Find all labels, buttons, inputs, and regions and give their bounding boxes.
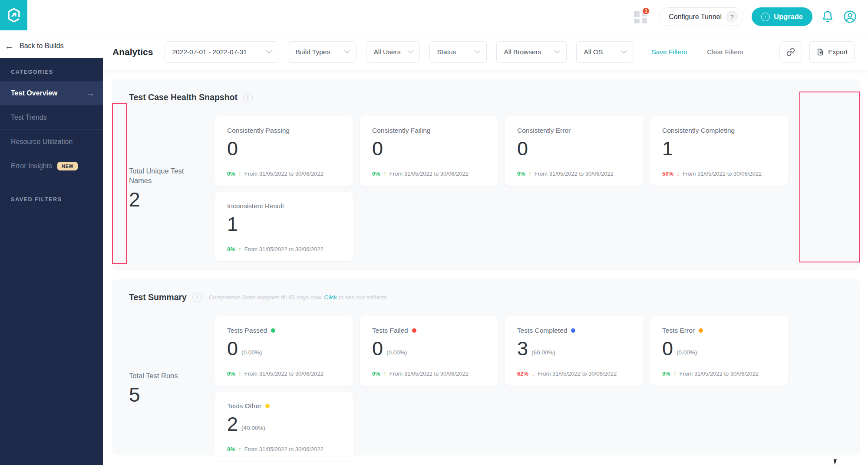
- upgrade-button[interactable]: ↑ Upgrade: [752, 7, 812, 26]
- filter-dropdowns: 2022-07-01 - 2022-07-31Build TypesAll Us…: [165, 41, 633, 63]
- comparison-period: From 31/05/2022 to 30/06/2022: [244, 170, 323, 177]
- trend-change-value: 0%: [517, 170, 525, 177]
- sidebar-item-label: Error Insights: [11, 162, 52, 170]
- stat-card: Tests Error 0 (0.00%) 0% ↑ From 31/05/20…: [650, 316, 788, 386]
- chevron-down-icon: [267, 48, 272, 53]
- stat-card-value: 2: [227, 414, 238, 434]
- trend-change-value: 0%: [372, 170, 380, 177]
- filter-dropdown-date-range[interactable]: 2022-07-01 - 2022-07-31: [165, 41, 278, 63]
- stat-card-label: Tests Failed: [372, 327, 408, 334]
- trend-arrow-icon: ↓: [531, 370, 535, 377]
- comparison-period: From 31/05/2022 to 30/06/2022: [244, 246, 323, 252]
- total-test-runs: Total Test Runs 5: [129, 316, 215, 461]
- export-button[interactable]: Export: [809, 41, 855, 63]
- dropdown-label: All Users: [373, 48, 400, 56]
- stat-card: Consistently Failing 0 0% ↑ From 31/05/2…: [360, 116, 498, 186]
- categories-section-title: CATEGORIES: [0, 58, 103, 81]
- notifications-bell-icon[interactable]: [821, 10, 835, 24]
- grid-square: [634, 19, 640, 23]
- user-avatar-icon[interactable]: [843, 10, 857, 24]
- trend-change-value: 0%: [227, 170, 235, 177]
- configure-tunnel-button[interactable]: Configure Tunnel ?: [659, 7, 743, 26]
- dropdown-label: All OS: [584, 48, 603, 56]
- total-unique-tests-value: 2: [129, 188, 215, 211]
- top-bar: 1 Configure Tunnel ? ↑ Upgrade: [0, 0, 868, 33]
- trend-change-value: 50%: [662, 170, 673, 177]
- sidebar-item-label: Test Trends: [11, 114, 47, 121]
- stat-card-label: Tests Other: [227, 402, 261, 410]
- trend-change-value: 0%: [662, 370, 670, 377]
- dropdown-label: Build Types: [295, 48, 330, 56]
- status-dot-icon: [271, 328, 275, 333]
- test-summary-panel: Test Summary i Comparison Stats supports…: [112, 279, 860, 455]
- grid-square: [634, 11, 640, 17]
- comparison-period: From 31/05/2022 to 30/06/2022: [244, 446, 323, 452]
- help-icon[interactable]: ?: [726, 11, 738, 23]
- trend-arrow-icon: ↑: [673, 370, 677, 377]
- trend-arrow-icon: ↑: [238, 170, 241, 177]
- stat-card-value: 0: [227, 339, 238, 358]
- sidebar-item-label: Resource Utilization: [11, 138, 73, 146]
- click-link[interactable]: Click: [324, 294, 337, 301]
- sidebar-item-resource-utilization[interactable]: Resource Utilization: [0, 130, 103, 154]
- summary-title: Test Summary: [129, 292, 187, 302]
- chevron-down-icon: [621, 48, 627, 53]
- stat-card-label: Consistently Passing: [227, 127, 290, 134]
- filter-dropdown-all-browsers[interactable]: All Browsers: [496, 41, 567, 63]
- dropdown-label: All Browsers: [504, 48, 541, 56]
- main-content: Test Case Health Snapshot i Total Unique…: [103, 70, 868, 465]
- stat-card-label: Tests Passed: [227, 327, 267, 334]
- stat-card-percentage: (0.00%): [677, 349, 697, 356]
- copy-link-button[interactable]: [779, 41, 802, 63]
- stat-card-percentage: (40.00%): [241, 425, 265, 431]
- sidebar-nav: Test Overview→Test TrendsResource Utiliz…: [0, 81, 103, 178]
- sidebar-item-test-trends[interactable]: Test Trends: [0, 105, 103, 130]
- arrow-right-icon: →: [86, 89, 94, 98]
- snapshot-title: Test Case Health Snapshot: [129, 92, 238, 102]
- info-icon[interactable]: i: [192, 293, 202, 302]
- stat-card-value: 0: [372, 139, 383, 158]
- stat-card: Consistently Error 0 0% ↑ From 31/05/202…: [505, 116, 643, 186]
- clear-filters-link[interactable]: Clear Filters: [707, 48, 743, 56]
- trend-change-value: 0%: [227, 370, 235, 377]
- stat-card-label: Tests Error: [662, 327, 695, 334]
- trend-arrow-icon: ↑: [238, 445, 241, 452]
- sidebar-item-label: Test Overview: [11, 89, 57, 97]
- lambdatest-logo[interactable]: [0, 0, 27, 30]
- apps-grid-icon[interactable]: 1: [633, 10, 649, 24]
- chevron-down-icon: [345, 48, 350, 53]
- stat-card-label: Inconsistent Result: [227, 202, 284, 210]
- trend-arrow-icon: ↑: [528, 170, 531, 177]
- stat-card-percentage: (60.00%): [531, 349, 555, 356]
- configure-tunnel-label: Configure Tunnel: [669, 13, 722, 21]
- trend-arrow-icon: ↑: [383, 370, 386, 377]
- chevron-down-icon: [475, 48, 481, 53]
- stat-card: Tests Other 2 (40.00%) 0% ↑ From 31/05/2…: [215, 392, 353, 461]
- info-icon[interactable]: i: [243, 93, 253, 102]
- total-test-runs-label: Total Test Runs: [129, 371, 205, 380]
- back-to-builds-link[interactable]: ← Back to Builds: [0, 33, 103, 58]
- export-label: Export: [828, 48, 848, 56]
- arrow-up-circle-icon: ↑: [761, 13, 770, 21]
- stat-card: Tests Failed 0 (0.00%) 0% ↑ From 31/05/2…: [360, 316, 498, 386]
- notification-count-badge: 1: [642, 7, 650, 15]
- trend-arrow-icon: ↑: [238, 370, 241, 377]
- comparison-period: From 31/05/2022 to 30/06/2022: [535, 170, 614, 177]
- trend-change-value: 62%: [517, 370, 528, 377]
- stat-card: Consistently Passing 0 0% ↑ From 31/05/2…: [215, 116, 353, 186]
- filter-dropdown-build-types[interactable]: Build Types: [288, 41, 356, 63]
- topbar-actions: 1 Configure Tunnel ? ↑ Upgrade: [633, 0, 857, 33]
- filter-dropdown-status[interactable]: Status: [429, 41, 487, 63]
- filter-dropdown-all-os[interactable]: All OS: [576, 41, 633, 63]
- filter-dropdown-all-users[interactable]: All Users: [366, 41, 420, 63]
- trend-arrow-icon: ↑: [238, 246, 241, 252]
- stat-card-percentage: (0.00%): [386, 349, 407, 356]
- total-test-runs-value: 5: [129, 383, 215, 406]
- comparison-period: From 31/05/2022 to 30/06/2022: [683, 170, 762, 177]
- sidebar-item-error-insights[interactable]: Error InsightsNEW: [0, 154, 103, 178]
- upgrade-label: Upgrade: [774, 13, 803, 21]
- new-badge: NEW: [57, 162, 78, 170]
- sidebar-item-test-overview[interactable]: Test Overview→: [0, 81, 103, 105]
- stat-card-label: Tests Completed: [517, 327, 567, 334]
- save-filters-link[interactable]: Save Filters: [651, 48, 687, 56]
